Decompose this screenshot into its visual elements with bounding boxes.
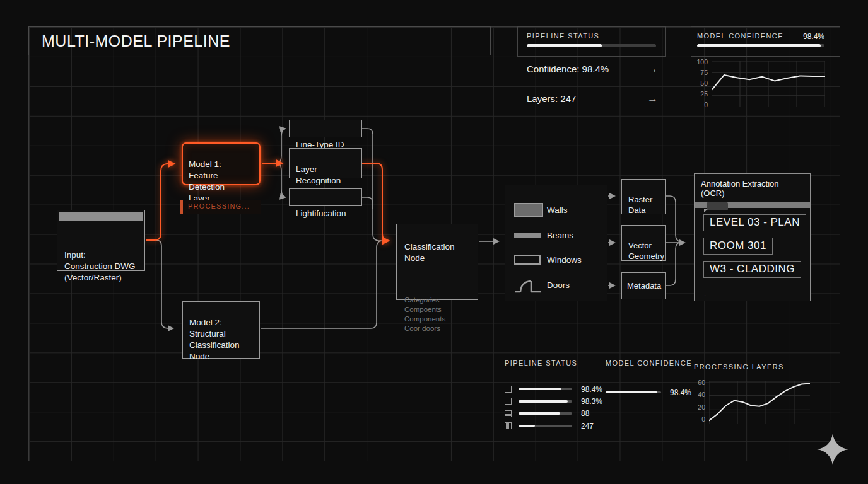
layers-status-label: Layers: 247 <box>527 93 576 104</box>
window-swatch-icon <box>514 255 547 265</box>
sparkle-icon <box>816 432 850 466</box>
line-type-id-node: Line-Type ID <box>289 120 362 137</box>
status-row: 88 <box>505 408 606 420</box>
hlines-square-icon <box>505 410 512 417</box>
model-confidence-title: MODEL CONFIDENCE <box>697 32 783 41</box>
status-value: 88 <box>581 409 589 418</box>
processing-layers-title: PROCESSING LAYERS <box>694 363 784 371</box>
model2-node: Model 2: Structural Classification Node <box>182 301 260 359</box>
cursor-artifact <box>707 202 728 210</box>
wall-swatch-icon <box>514 203 547 217</box>
raster-data-node: Raster Data <box>621 179 666 214</box>
processing-label: PROCESSING... <box>188 202 250 210</box>
door-swatch-icon <box>514 276 547 294</box>
page-title: MULTI-MODEL PIPELINE <box>42 32 230 50</box>
pipeline-status-progressbar <box>527 44 656 47</box>
layer-recognition-label: Layer Recognition <box>296 164 341 185</box>
classification-node-title: Classification Node <box>404 241 470 264</box>
bottom-model-confidence-title: MODEL CONFIDENCE <box>606 359 694 367</box>
bottom-model-confidence: MODEL CONFIDENCE 98.4% <box>606 359 694 398</box>
model-confidence-progressbar <box>697 44 824 47</box>
square-outline-icon <box>505 398 512 405</box>
doors-label: Doors <box>547 280 570 290</box>
vector-geometry-node: Vector Geometry <box>621 225 666 261</box>
square-outline-icon <box>505 386 512 393</box>
model2-node-label: Model 2: Structural Classification Node <box>189 318 240 361</box>
lightification-label: Lightifucation <box>296 209 346 218</box>
status-row: 98.3% <box>505 395 606 407</box>
ocr-panel-title: Annotation Extraction (OCR) <box>695 174 810 202</box>
status-value: 98.3% <box>581 397 602 406</box>
bottom-model-confidence-value: 98.4% <box>670 388 691 397</box>
ocr-panel: Annotation Extraction (OCR) LEVEL 03 - P… <box>694 173 811 301</box>
pipeline-status-title: PIPELINE STATUS <box>527 32 599 40</box>
confidence-arrow-button[interactable]: → <box>647 63 658 76</box>
beam-swatch-icon <box>514 233 547 238</box>
bottom-pipeline-status-title: PIPELINE STATUS <box>505 359 606 367</box>
pipeline-status-header-box <box>517 26 666 57</box>
ocr-text-cladding: W3 - CLADDING <box>703 261 801 278</box>
legend-row-beams: Beams <box>514 223 607 248</box>
ocr-text-room: ROOM 301 <box>703 238 773 255</box>
vlines-square-icon <box>505 422 512 429</box>
confidence-chart-yaxis: 100 75 50 25 0 <box>694 58 708 108</box>
confidence-line-chart <box>712 61 825 107</box>
vector-geometry-label: Vector Geometry <box>628 241 664 261</box>
input-node: Input: Construction DWG (Vector/Raster) <box>57 210 145 271</box>
classification-sub-items: Categories Compoents Components Coor doo… <box>404 296 470 333</box>
metadata-node: Metadata <box>621 272 666 299</box>
title-box: MULTI-MODEL PIPELINE <box>28 26 491 55</box>
status-value: 247 <box>581 422 594 430</box>
ocr-artifact-dot: . <box>704 290 706 297</box>
model-confidence-value: 98.4% <box>803 32 824 41</box>
classification-divider <box>397 280 478 280</box>
ocr-text-level: LEVEL 03 - PLAN <box>703 214 806 231</box>
legend-row-windows: Windows <box>514 248 607 273</box>
metadata-label: Metadata <box>627 280 661 292</box>
ocr-artifact-dash: - <box>704 282 707 290</box>
legend-row-walls: Walls <box>514 198 607 223</box>
beams-label: Beams <box>547 231 573 240</box>
model-confidence-header-box <box>691 26 840 57</box>
model-confidence-header: MODEL CONFIDENCE 98.4% <box>697 32 824 41</box>
element-legend: Walls Beams Windows Doors <box>505 185 607 301</box>
legend-row-doors: Doors <box>514 273 607 298</box>
confidence-status-label: Confiidence: 98.4% <box>527 64 609 74</box>
input-node-header-bar <box>59 212 143 221</box>
model1-node: Model 1: Feature Detection Layer <box>182 142 261 185</box>
status-row: 98.4% <box>505 383 606 395</box>
lightification-node: Lightifucation <box>289 188 362 206</box>
processing-status: PROCESSING... <box>180 200 261 214</box>
status-value: 98.4% <box>581 385 602 394</box>
model-confidence-progress-fill <box>697 44 821 47</box>
pipeline-status-progress-fill <box>527 44 602 47</box>
layers-arrow-button[interactable]: → <box>647 93 658 105</box>
windows-label: Windows <box>547 255 582 265</box>
processing-layers-line-chart <box>709 381 810 424</box>
layer-recognition-node: Layer Recognition <box>289 148 362 178</box>
cursor-arrow-icon <box>704 209 708 212</box>
raster-data-label: Raster Data <box>628 195 652 215</box>
classification-node: Classification Node Categories Compoents… <box>396 224 478 300</box>
status-row: 247 <box>505 420 606 432</box>
bottom-pipeline-status: PIPELINE STATUS 98.4% 98.3% 88 247 <box>505 359 606 432</box>
walls-label: Walls <box>547 205 568 215</box>
layers-chart-yaxis: 60 40 20 0 <box>694 379 705 423</box>
